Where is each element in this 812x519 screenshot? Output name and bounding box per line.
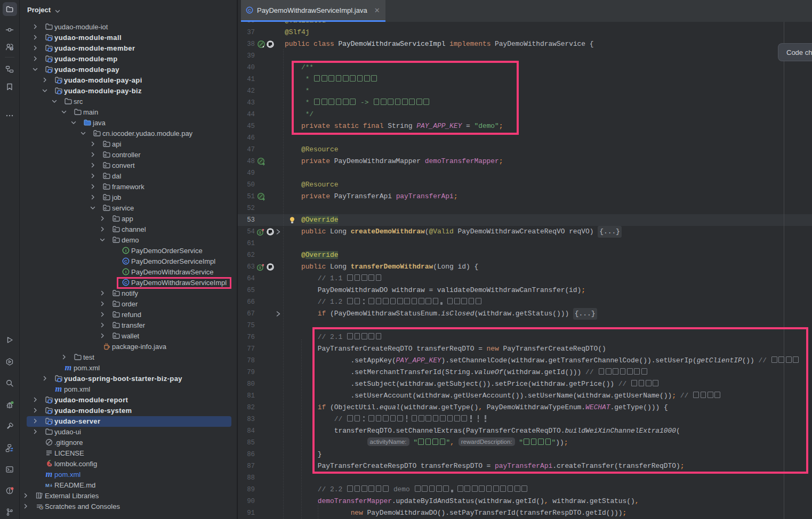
svg-text:I: I — [125, 248, 126, 253]
svg-text:M: M — [45, 482, 50, 488]
svg-text:I: I — [125, 270, 126, 274]
svg-text:I: I — [260, 230, 261, 235]
svg-text:C: C — [248, 8, 251, 13]
svg-text:C: C — [124, 259, 127, 264]
svg-text:I: I — [260, 265, 261, 270]
svg-text:?: ? — [11, 47, 13, 51]
